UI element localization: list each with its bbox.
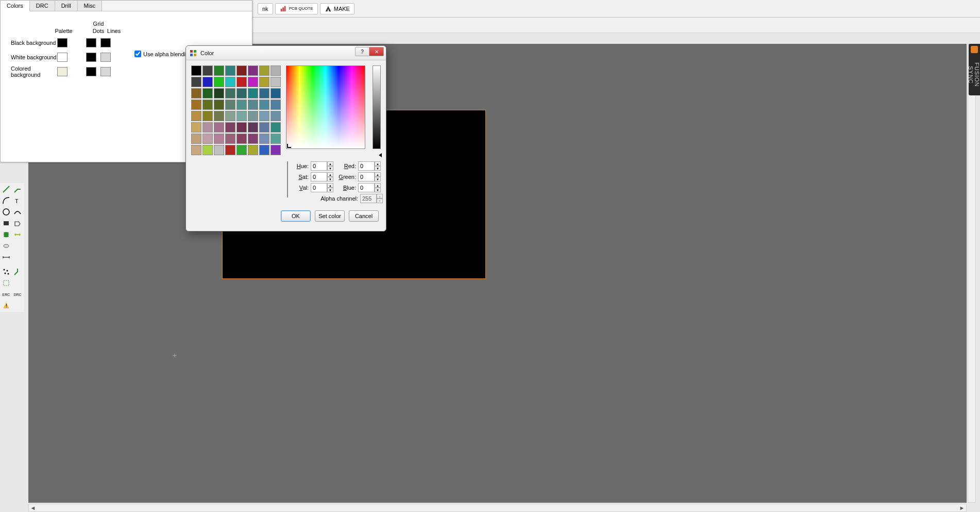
sat-down[interactable]: ▼	[327, 177, 333, 181]
tool-dimension[interactable]	[1, 252, 11, 262]
palette-cell[interactable]	[214, 145, 224, 155]
green-input[interactable]	[358, 172, 375, 181]
palette-cell[interactable]	[214, 88, 224, 98]
tab-colors[interactable]: Colors	[1, 1, 30, 11]
palette-cell[interactable]	[214, 65, 224, 76]
palette-cell[interactable]	[259, 122, 269, 133]
blue-down[interactable]: ▼	[375, 188, 381, 192]
palette-cell[interactable]	[191, 145, 201, 155]
palette-cell[interactable]	[202, 88, 213, 98]
palette-cell[interactable]	[236, 100, 247, 110]
palette-cell[interactable]	[225, 65, 235, 76]
green-down[interactable]: ▼	[375, 177, 381, 181]
tool-circle[interactable]	[1, 207, 11, 217]
palette-cell[interactable]	[214, 111, 224, 121]
palette-cell[interactable]	[271, 77, 281, 87]
value-slider[interactable]	[373, 65, 381, 149]
palette-cell[interactable]	[202, 134, 213, 144]
palette-cell[interactable]	[214, 100, 224, 110]
tool-rect[interactable]	[1, 218, 11, 228]
palette-cell[interactable]	[202, 65, 213, 76]
tool-route[interactable]	[12, 267, 23, 277]
tool-errors[interactable]: !	[1, 301, 11, 311]
tool-net[interactable]	[12, 229, 23, 240]
palette-cell[interactable]	[225, 145, 235, 155]
palette-cell[interactable]	[191, 122, 201, 133]
tool-drc[interactable]: DRC	[12, 289, 23, 300]
lines-swatch[interactable]	[100, 53, 111, 62]
palette-cell[interactable]	[248, 88, 258, 98]
palette-cell[interactable]	[236, 88, 247, 98]
palette-cell[interactable]	[259, 88, 269, 98]
palette-cell[interactable]	[225, 134, 235, 144]
make-button[interactable]: MAKE	[320, 3, 354, 14]
val-input[interactable]	[311, 183, 327, 192]
palette-cell[interactable]	[248, 65, 258, 76]
tool-via[interactable]	[1, 229, 11, 240]
horizontal-scrollbar[interactable]: ◄ ►	[28, 504, 967, 512]
tool-arc2[interactable]	[12, 207, 23, 217]
palette-cell[interactable]	[259, 100, 269, 110]
tool-wire[interactable]	[12, 184, 23, 194]
palette-cell[interactable]	[236, 65, 247, 76]
palette-cell[interactable]	[191, 134, 201, 144]
scroll-left-arrow[interactable]: ◄	[29, 504, 37, 511]
tool-polygon[interactable]	[12, 218, 23, 228]
alpha-blending-checkbox[interactable]	[134, 51, 141, 57]
palette-swatch[interactable]	[57, 53, 67, 62]
tab-drill[interactable]: Drill	[55, 1, 78, 11]
fusion-sync-tab[interactable]: FUSION SYNC	[969, 44, 980, 95]
palette-cell[interactable]	[225, 77, 235, 87]
tab-misc[interactable]: Misc	[78, 1, 103, 11]
hue-down[interactable]: ▼	[327, 166, 333, 171]
red-up[interactable]: ▲	[375, 161, 381, 166]
palette-cell[interactable]	[259, 111, 269, 121]
palette-cell[interactable]	[202, 111, 213, 121]
scroll-right-arrow[interactable]: ►	[958, 504, 966, 511]
palette-cell[interactable]	[248, 100, 258, 110]
val-up[interactable]: ▲	[327, 183, 333, 188]
palette-cell[interactable]	[259, 77, 269, 87]
palette-swatch[interactable]	[57, 67, 67, 76]
tool-line[interactable]	[1, 184, 11, 194]
palette-cell[interactable]	[214, 134, 224, 144]
tab-drc[interactable]: DRC	[30, 1, 55, 11]
palette-cell[interactable]	[271, 145, 281, 155]
lines-swatch[interactable]	[100, 38, 111, 47]
palette-cell[interactable]	[248, 77, 258, 87]
palette-cell[interactable]	[236, 77, 247, 87]
dots-swatch[interactable]	[86, 38, 96, 47]
palette-cell[interactable]	[214, 122, 224, 133]
pcb-quote-button[interactable]: PCB QUOTE	[275, 3, 318, 14]
palette-cell[interactable]	[248, 111, 258, 121]
close-button[interactable]: ✕	[369, 47, 384, 56]
palette-cell[interactable]	[202, 77, 213, 87]
palette-cell[interactable]	[259, 145, 269, 155]
palette-cell[interactable]	[236, 134, 247, 144]
palette-cell[interactable]	[202, 122, 213, 133]
blue-up[interactable]: ▲	[375, 183, 381, 188]
palette-cell[interactable]	[191, 65, 201, 76]
set-color-button[interactable]: Set color	[315, 210, 345, 222]
vertical-scrollbar[interactable]	[968, 44, 976, 503]
tool-hole[interactable]	[1, 241, 11, 251]
sat-input[interactable]	[311, 172, 327, 181]
palette-cell[interactable]	[259, 134, 269, 144]
palette-cell[interactable]	[191, 100, 201, 110]
palette-cell[interactable]	[225, 111, 235, 121]
palette-cell[interactable]	[259, 65, 269, 76]
val-down[interactable]: ▼	[327, 188, 333, 192]
help-button[interactable]: ?	[355, 47, 369, 56]
palette-swatch[interactable]	[57, 38, 67, 47]
palette-cell[interactable]	[236, 122, 247, 133]
color-dialog-titlebar[interactable]: Color ? ✕	[186, 46, 386, 60]
palette-cell[interactable]	[191, 77, 201, 87]
palette-cell[interactable]	[191, 88, 201, 98]
red-down[interactable]: ▼	[375, 166, 381, 171]
palette-cell[interactable]	[202, 100, 213, 110]
lines-swatch[interactable]	[100, 67, 111, 76]
cancel-button[interactable]: Cancel	[349, 210, 379, 222]
hue-up[interactable]: ▲	[327, 161, 333, 166]
green-up[interactable]: ▲	[375, 172, 381, 177]
palette-cell[interactable]	[202, 145, 213, 155]
